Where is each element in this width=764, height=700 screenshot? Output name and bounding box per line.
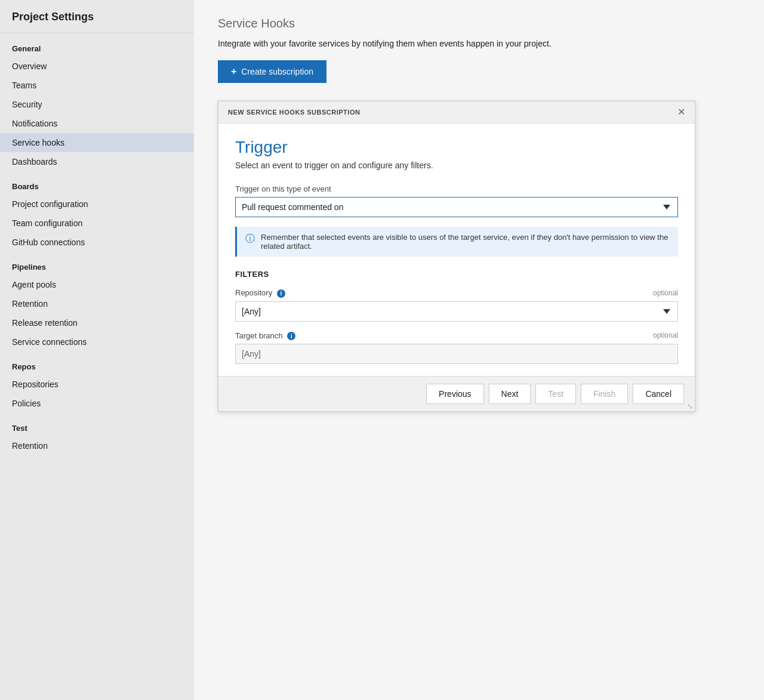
- resize-handle[interactable]: ⤡: [685, 402, 695, 411]
- page-description: Integrate with your favorite services by…: [218, 39, 671, 48]
- target-branch-input[interactable]: [235, 344, 678, 364]
- create-subscription-label: Create subscription: [241, 67, 313, 76]
- sidebar-item-teams[interactable]: Teams: [0, 76, 194, 95]
- target-branch-label: Target branch i: [235, 331, 295, 341]
- sidebar-item-team-configuration[interactable]: Team configuration: [0, 214, 194, 233]
- event-type-dropdown[interactable]: Pull request commented onPull request cr…: [235, 197, 678, 217]
- sidebar-item-release-retention[interactable]: Release retention: [0, 313, 194, 332]
- sidebar-title: Project Settings: [0, 0, 194, 33]
- sidebar-section-pipelines: PipelinesAgent poolsRetentionRelease ret…: [0, 252, 194, 351]
- finish-button[interactable]: Finish: [581, 384, 628, 404]
- previous-button[interactable]: Previous: [426, 384, 483, 404]
- sidebar-item-notifications[interactable]: Notifications: [0, 114, 194, 133]
- next-button[interactable]: Next: [489, 384, 531, 404]
- sidebar-item-github-connections[interactable]: GitHub connections: [0, 233, 194, 252]
- sidebar-item-policies[interactable]: Policies: [0, 394, 194, 413]
- sidebar-section-test: TestRetention: [0, 413, 194, 455]
- repository-info-icon[interactable]: i: [277, 289, 285, 298]
- sidebar-item-retention[interactable]: Retention: [0, 294, 194, 313]
- create-subscription-button[interactable]: + Create subscription: [218, 60, 326, 83]
- target-branch-field-header: Target branch i optional: [235, 331, 678, 341]
- sidebar-item-retention-test[interactable]: Retention: [0, 436, 194, 455]
- event-type-label: Trigger on this type of event: [235, 184, 678, 193]
- modal-header: NEW SERVICE HOOKS SUBSCRIPTION ✕: [218, 101, 695, 124]
- modal-footer: Previous Next Test Finish Cancel: [218, 376, 695, 411]
- main-content: Service Hooks Integrate with your favori…: [194, 0, 764, 700]
- sidebar-section-label: General: [0, 33, 194, 57]
- sidebar-item-repositories[interactable]: Repositories: [0, 375, 194, 394]
- cancel-button[interactable]: Cancel: [633, 384, 684, 404]
- sidebar-item-dashboards[interactable]: Dashboards: [0, 152, 194, 171]
- sidebar-item-project-configuration[interactable]: Project configuration: [0, 195, 194, 214]
- modal-close-button[interactable]: ✕: [677, 107, 685, 117]
- sidebar-item-overview[interactable]: Overview: [0, 57, 194, 76]
- info-circle-icon: ⓘ: [245, 233, 255, 245]
- plus-icon: +: [231, 66, 236, 77]
- sidebar-item-security[interactable]: Security: [0, 95, 194, 114]
- repository-optional: optional: [653, 289, 678, 297]
- trigger-title: Trigger: [235, 138, 678, 157]
- sidebar-item-service-hooks[interactable]: Service hooks: [0, 133, 194, 152]
- sidebar-section-boards: BoardsProject configurationTeam configur…: [0, 171, 194, 252]
- sidebar-section-label: Repos: [0, 351, 194, 375]
- filters-section-label: FILTERS: [235, 270, 678, 279]
- sidebar-section-label: Boards: [0, 171, 194, 195]
- sidebar-section-label: Test: [0, 413, 194, 436]
- repository-field-header: Repository i optional: [235, 288, 678, 298]
- sidebar-section-general: GeneralOverviewTeamsSecurityNotification…: [0, 33, 194, 171]
- modal-panel: NEW SERVICE HOOKS SUBSCRIPTION ✕ Trigger…: [218, 101, 695, 412]
- modal-body: Trigger Select an event to trigger on an…: [218, 124, 695, 376]
- sidebar-section-label: Pipelines: [0, 252, 194, 275]
- sidebar-section-repos: ReposRepositoriesPolicies: [0, 351, 194, 413]
- test-button[interactable]: Test: [535, 384, 576, 404]
- repository-label: Repository i: [235, 288, 285, 298]
- sidebar: Project Settings GeneralOverviewTeamsSec…: [0, 0, 194, 700]
- sidebar-item-service-connections[interactable]: Service connections: [0, 332, 194, 351]
- trigger-subtitle: Select an event to trigger on and config…: [235, 161, 678, 170]
- target-branch-info-icon[interactable]: i: [287, 332, 295, 340]
- repository-dropdown[interactable]: [Any]: [235, 301, 678, 322]
- sidebar-item-agent-pools[interactable]: Agent pools: [0, 275, 194, 294]
- target-branch-optional: optional: [653, 331, 678, 340]
- info-box: ⓘ Remember that selected events are visi…: [235, 227, 678, 257]
- modal-header-title: NEW SERVICE HOOKS SUBSCRIPTION: [228, 109, 360, 116]
- info-box-message: Remember that selected events are visibl…: [261, 233, 670, 251]
- page-title: Service Hooks: [218, 17, 740, 30]
